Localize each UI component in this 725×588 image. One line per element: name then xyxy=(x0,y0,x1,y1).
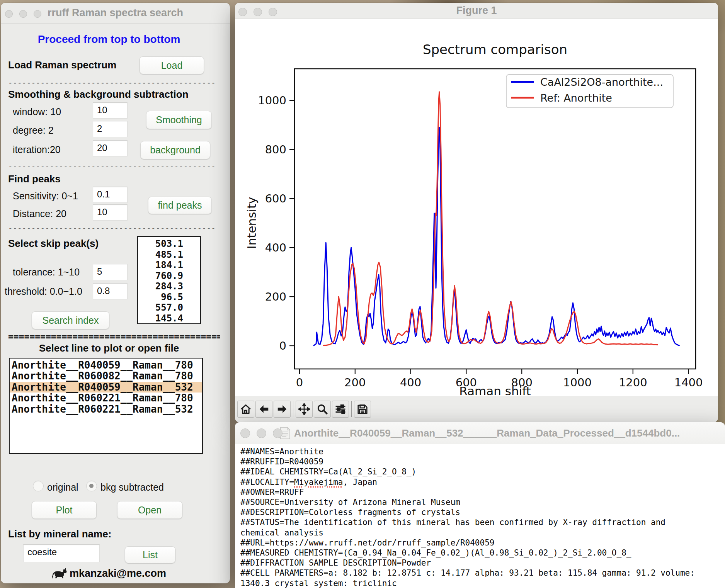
open-button[interactable]: Open xyxy=(117,501,182,519)
close-icon[interactable] xyxy=(240,428,250,438)
threshold-label: threshold: 0.0~1.0 xyxy=(5,286,82,297)
list-item[interactable]: Anorthite__R040059__Raman__780 xyxy=(10,360,202,370)
x-tick-label: 1200 xyxy=(619,376,647,389)
x-tick-label: 200 xyxy=(344,376,366,389)
tolerance-label: tolerance: 1~10 xyxy=(13,267,80,278)
minimize-icon[interactable] xyxy=(254,8,262,16)
toolbar-separator xyxy=(351,401,352,417)
skip-peak-value[interactable]: 96.5 xyxy=(138,292,183,303)
misspelled-word: Miyakejima xyxy=(294,478,343,487)
subplots-icon[interactable] xyxy=(332,401,349,418)
text-line: ##DESCRIPTION=Colorless fragments of cry… xyxy=(240,507,723,517)
list-item[interactable]: Anorthite__R060221__Raman__532 xyxy=(10,404,202,415)
x-tick-label: 400 xyxy=(400,376,421,389)
spectra-file-list[interactable]: Anorthite__R040059__Raman__780Anorthite_… xyxy=(9,358,203,454)
list-item[interactable]: Anorthite__R060221__Raman__780 xyxy=(10,393,202,403)
separator: ----------------------------------------… xyxy=(8,162,217,171)
sensitivity-input[interactable]: 0.1 xyxy=(93,187,128,203)
degree-param-label: degree: 2 xyxy=(13,125,54,136)
x-tick-label: 1000 xyxy=(563,376,592,389)
forward-icon[interactable] xyxy=(274,401,291,418)
minimize-icon[interactable] xyxy=(257,428,266,438)
mineral-name-input[interactable]: coesite xyxy=(23,544,100,562)
background-button[interactable]: background xyxy=(140,141,210,159)
skip-peak-value[interactable]: 485.1 xyxy=(138,250,183,260)
separator-double: ========================================… xyxy=(8,331,220,342)
smoothing-button[interactable]: Smoothing xyxy=(146,111,212,129)
y-tick-label: 400 xyxy=(265,241,286,254)
zoom-window-icon[interactable] xyxy=(269,8,277,16)
toolbar-separator xyxy=(293,401,293,417)
radio-original-label: original xyxy=(47,482,78,493)
radio-bkg-subtracted[interactable] xyxy=(86,481,97,491)
legend-label: Ref: Anorthite xyxy=(540,92,612,104)
skip-peak-value[interactable]: 503.1 xyxy=(138,239,183,250)
skip-peak-value[interactable]: 284.3 xyxy=(138,281,183,292)
zoom-icon[interactable] xyxy=(314,401,331,418)
find-peaks-title: Find peaks xyxy=(8,173,61,185)
iteration-param-input[interactable]: 20 xyxy=(93,140,128,156)
y-tick-label: 0 xyxy=(279,339,286,352)
skip-peak-value[interactable]: 145.4 xyxy=(138,313,183,324)
list-button[interactable]: List xyxy=(125,546,175,563)
figure-titlebar: Figure 1 xyxy=(235,3,718,19)
degree-param-input[interactable]: 2 xyxy=(93,121,128,137)
text-line: ##CELL PARAMETERS=a: 8.182 b: 12.8751 c:… xyxy=(240,568,723,578)
left-titlebar: rruff Raman spectra search xyxy=(1,3,230,24)
plot-button[interactable]: Plot xyxy=(32,501,97,519)
minimize-icon[interactable] xyxy=(19,10,27,18)
text-line: ##URL=https://www.rruff.net/odr/rruff_sa… xyxy=(240,538,723,548)
figure-window: Figure 1 0200400600800100002004006008001… xyxy=(235,3,718,422)
zoom-window-icon[interactable] xyxy=(273,428,283,438)
distance-label: Distance: 20 xyxy=(13,208,66,219)
skip-peak-value[interactable]: 760.9 xyxy=(138,271,183,282)
text-line: ##NAMES=Anorthite xyxy=(240,447,723,457)
text-line: ##LOCALITY=Miyakejima, Japan xyxy=(240,477,723,487)
x-tick-label: 1400 xyxy=(674,376,703,389)
matplotlib-toolbar xyxy=(235,396,718,422)
back-icon[interactable] xyxy=(255,401,272,418)
list-by-mineral-label: List by mineral name: xyxy=(8,528,111,540)
skip-peak-value[interactable]: 184.1 xyxy=(138,260,183,271)
y-tick-label: 1000 xyxy=(258,94,286,107)
spectrum-chart: 0200400600800100002004006008001000120014… xyxy=(235,19,718,396)
close-icon[interactable] xyxy=(5,10,13,18)
search-index-button[interactable]: Search index xyxy=(32,311,109,329)
text-titlebar: Anorthite__R040059__Raman__532______Rama… xyxy=(235,422,725,444)
close-icon[interactable] xyxy=(238,8,247,16)
plot-box xyxy=(294,69,696,369)
text-line: ##SOURCE=University of Arizona Mineral M… xyxy=(240,497,723,507)
rruff-file-text[interactable]: ##NAMES=Anorthite##RRUFFID=R040059##IDEA… xyxy=(240,447,723,588)
footer: mkanzaki@me.com xyxy=(1,568,217,580)
pan-icon[interactable] xyxy=(296,401,313,418)
window-param-label: window: 10 xyxy=(13,106,61,117)
zoom-window-icon[interactable] xyxy=(34,10,41,18)
distance-input[interactable]: 10 xyxy=(93,204,128,221)
radio-original[interactable] xyxy=(33,481,44,491)
skip-peak-value[interactable]: 557.0 xyxy=(138,302,183,313)
y-axis-label: Intensity xyxy=(245,197,259,249)
y-tick-label: 800 xyxy=(265,143,286,156)
legend-label: CaAl2Si2O8-anorthite... xyxy=(540,76,663,88)
list-item[interactable]: Anorthite__R060082__Raman__780 xyxy=(10,370,202,381)
threshold-input[interactable]: 0.8 xyxy=(93,283,128,299)
home-icon[interactable] xyxy=(237,401,254,418)
figure-window-title: Figure 1 xyxy=(235,5,718,17)
skip-peaks-list[interactable]: 503.1485.1184.1760.9284.396.5557.0145.4 xyxy=(137,236,201,324)
file-list-title: Select line to plot or open file xyxy=(1,342,217,354)
load-button[interactable]: Load xyxy=(140,56,204,74)
save-icon[interactable] xyxy=(354,401,371,418)
tolerance-input[interactable]: 5 xyxy=(93,264,128,280)
text-line: chemical analysis xyxy=(240,528,723,538)
instruction-header: Proceed from top to bottom xyxy=(1,33,217,46)
text-line: ##IDEAL CHEMISTRY=Ca(Al_2_Si_2_O_8_) xyxy=(240,467,723,477)
footer-email: mkanzaki@me.com xyxy=(70,568,166,580)
smoothing-section-title: Smoothing & background subtraction xyxy=(8,88,189,100)
text-line: ##RRUFFID=R040059 xyxy=(240,457,723,467)
iteration-param-label: iteration:20 xyxy=(13,144,61,155)
y-tick-label: 600 xyxy=(265,192,286,205)
window-param-input[interactable]: 10 xyxy=(93,102,128,119)
find-peaks-button[interactable]: find peaks xyxy=(148,197,212,214)
list-item[interactable]: Anorthite__R040059__Raman__532 xyxy=(10,382,202,393)
separator: ----------------------------------------… xyxy=(8,224,217,233)
